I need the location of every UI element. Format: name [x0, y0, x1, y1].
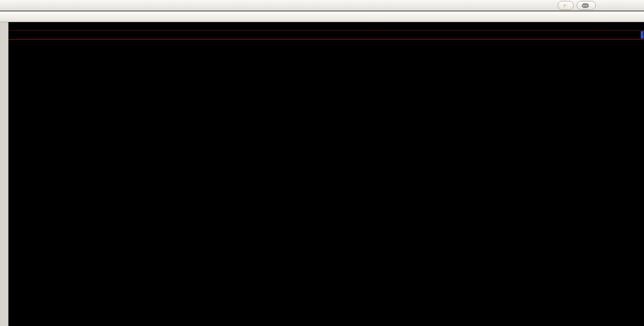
- chat-bubble-icon: •••: [582, 3, 589, 8]
- indicator-legend-row: [8, 31, 644, 40]
- crosshair-price-badge: [641, 31, 644, 39]
- title-menu-bar: ⚡ •••: [0, 0, 644, 11]
- app-window: ⚡ •••: [0, 0, 644, 326]
- quote-info-bar: [8, 22, 644, 31]
- sidebar: [0, 22, 8, 326]
- forum-button[interactable]: •••: [577, 1, 596, 10]
- price-chart-svg[interactable]: [8, 40, 644, 326]
- header-buttons: ⚡ •••: [558, 1, 596, 10]
- toolbar: [0, 11, 644, 22]
- trade-button[interactable]: ⚡: [558, 1, 574, 10]
- content: [0, 22, 644, 326]
- lightning-icon: ⚡: [563, 2, 567, 9]
- chart-main-area: [8, 22, 644, 326]
